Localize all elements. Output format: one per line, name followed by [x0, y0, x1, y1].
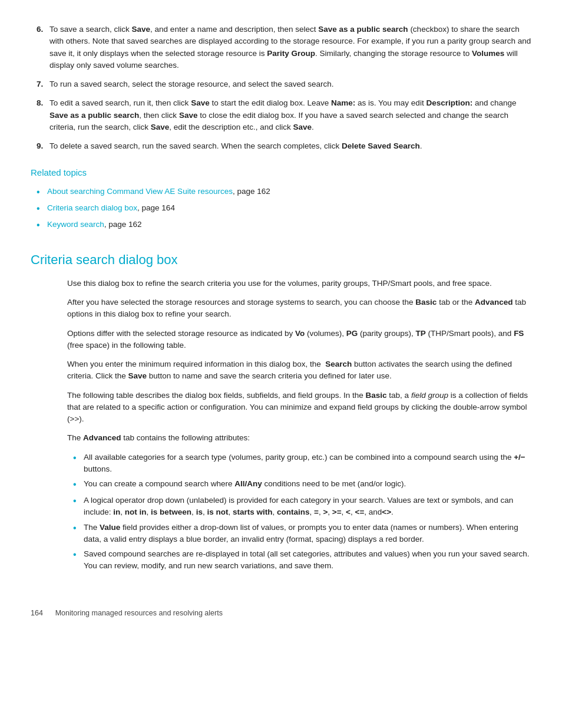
criteria-para-3: Options differ with the selected storage… [67, 328, 531, 352]
related-topic-item-2: • Criteria search dialog box, page 164 [31, 202, 531, 216]
list-content-8: To edit a saved search, run it, then cli… [49, 97, 531, 133]
footer: 164 Monitoring managed resources and res… [31, 608, 531, 619]
bullet-icon-3: • [37, 218, 47, 232]
criteria-bullet-content-3: A logical operator drop down (unlabeled)… [84, 495, 531, 519]
bullet-icon-1: • [37, 185, 47, 199]
criteria-section: Criteria search dialog box Use this dial… [31, 250, 531, 572]
criteria-bullet-content-4: The Value field provides either a drop-d… [84, 522, 531, 546]
criteria-bullet-content-2: You can create a compound search where A… [84, 478, 531, 490]
criteria-bullet-list: • All available categories for a search … [67, 452, 531, 572]
list-item-7: 7. To run a saved search, select the sto… [31, 78, 531, 90]
criteria-bullet-item-1: • All available categories for a search … [67, 452, 531, 476]
numbered-list: 6. To save a search, click Save, and ent… [31, 24, 531, 152]
criteria-para-1: Use this dialog box to refine the search… [67, 278, 531, 289]
criteria-para-2: After you have selected the storage reso… [67, 297, 531, 321]
list-number-9: 9. [37, 140, 49, 152]
criteria-bullet-content-5: Saved compound searches are re-displayed… [84, 548, 531, 572]
related-topic-item-1: • About searching Command View AE Suite … [31, 186, 531, 199]
related-topics-heading: Related topics [31, 166, 531, 180]
criteria-section-content: Use this dialog box to refine the search… [31, 278, 531, 572]
related-topics-list: • About searching Command View AE Suite … [31, 186, 531, 232]
criteria-bullet-item-5: • Saved compound searches are re-display… [67, 548, 531, 572]
criteria-bullet-icon-5: • [73, 548, 84, 562]
list-content-6: To save a search, click Save, and enter … [49, 24, 531, 71]
related-topic-link-3[interactable]: Keyword search [47, 220, 104, 229]
criteria-bullet-item-2: • You can create a compound search where… [67, 478, 531, 492]
criteria-para-5: The following table describes the dialog… [67, 390, 531, 426]
list-content-7: To run a saved search, select the storag… [49, 78, 531, 90]
criteria-section-heading: Criteria search dialog box [31, 250, 531, 269]
list-item-6: 6. To save a search, click Save, and ent… [31, 24, 531, 71]
criteria-bullet-icon-1: • [73, 451, 84, 465]
list-number-6: 6. [37, 24, 49, 35]
related-topic-content-2: Criteria search dialog box, page 164 [47, 202, 531, 214]
list-content-9: To delete a saved search, run the saved … [49, 140, 531, 152]
page: 6. To save a search, click Save, and ent… [0, 0, 562, 728]
related-topics-section: Related topics • About searching Command… [31, 166, 531, 232]
footer-text: Monitoring managed resources and resolvi… [55, 609, 223, 617]
footer-page-number: 164 [31, 609, 43, 617]
criteria-para-6: The Advanced tab contains the following … [67, 432, 531, 444]
list-number-8: 8. [37, 97, 49, 109]
related-topic-item-3: • Keyword search, page 162 [31, 219, 531, 232]
list-number-7: 7. [37, 78, 49, 90]
criteria-bullet-item-4: • The Value field provides either a drop… [67, 522, 531, 546]
criteria-bullet-icon-4: • [73, 521, 84, 535]
criteria-bullet-content-1: All available categories for a search ty… [84, 452, 531, 476]
criteria-bullet-icon-3: • [73, 494, 84, 508]
related-topic-link-1[interactable]: About searching Command View AE Suite re… [47, 187, 233, 196]
related-topic-content-1: About searching Command View AE Suite re… [47, 186, 531, 197]
list-item-9: 9. To delete a saved search, run the sav… [31, 140, 531, 152]
criteria-bullet-item-3: • A logical operator drop down (unlabele… [67, 495, 531, 519]
related-topic-content-3: Keyword search, page 162 [47, 219, 531, 230]
criteria-para-4: When you enter the minimum required info… [67, 358, 531, 383]
related-topic-link-2[interactable]: Criteria search dialog box [47, 203, 137, 212]
criteria-bullet-icon-2: • [73, 477, 84, 492]
bullet-icon-2: • [37, 202, 47, 216]
list-item-8: 8. To edit a saved search, run it, then … [31, 97, 531, 133]
